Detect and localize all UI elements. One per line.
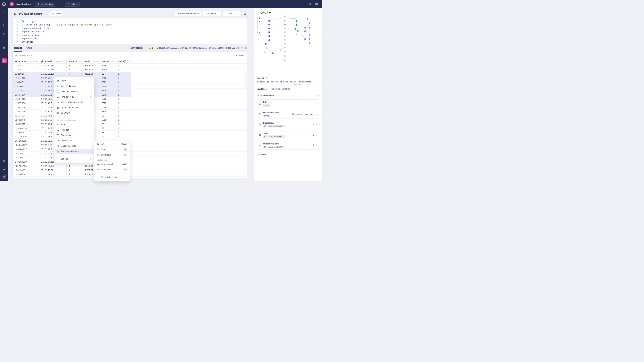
menu-item-view-performance-metrics[interactable]: View performance metrics [55,99,94,105]
menu-item-create-lookup-table[interactable]: Create lookup table [55,105,94,110]
table-row[interactable]: 1.34.69.11172.31.95.16REJECT231 [12,131,247,135]
tree-node[interactable] [268,39,270,41]
menu-item-copy[interactable]: Copy [55,78,94,83]
rerun-dropdown-button[interactable] [236,13,241,15]
legend-scrollbar-thumb[interactable] [293,84,301,85]
menu-item-suspicious[interactable]: SuspiciousIP [95,152,129,158]
user-avatar[interactable]: T [2,175,6,179]
tree-node[interactable] [304,30,306,32]
tree-node[interactable] [284,43,286,44]
evidence-list-item-suspicious[interactable]: SuspiciousIPAuto-enrich: Off4 [257,120,319,129]
menu-item-new-evidence-list[interactable]: New evidence list [95,174,129,180]
tree-node[interactable] [284,46,286,48]
zoom-out-button[interactable] [258,20,262,24]
query-tree-canvas[interactable] [257,14,319,75]
table-row[interactable]: 1.1.188.10172.31.95.1266REJECT231 [12,72,247,76]
tree-node[interactable] [304,38,306,40]
table-row[interactable]: 1.33.206.133172.31.20.26REJECT231 [12,126,247,131]
zoom-fit-button[interactable] [258,24,262,29]
sidebar-activity-button[interactable] [2,167,7,172]
auto-enrich-select[interactable]: Auto-enrich: Off [268,125,285,127]
view-switcher-icon[interactable] [244,47,247,49]
menu-item-summarize[interactable]: Summarize [55,133,94,138]
timeframe-select[interactable]: Last 2 hours [202,11,222,16]
clear-search-icon[interactable] [58,54,60,56]
sidebar-app-dashboards[interactable] [2,45,7,50]
tree-node[interactable] [294,28,296,30]
tree-node[interactable] [309,34,310,36]
topbar-kebab-icon[interactable] [57,2,62,7]
tree-node[interactable] [266,48,268,49]
tab-performance-metrics[interactable]: Performance metrics [270,86,290,92]
query-tree-header[interactable]: Query tree [257,8,319,14]
legend-kebab-icon[interactable] [266,77,268,79]
table-row[interactable]: 1.14.44.156172.31.73.26REJECT80901 [12,76,247,80]
tree-node[interactable] [268,20,270,22]
table-row[interactable]: 1.14.64.51172.31.29.26REJECT63791 [12,80,247,84]
tree-node[interactable] [284,51,286,52]
evidence-lists-header[interactable]: Evidence lists [257,92,319,99]
column-header-action[interactable]: actionSTRING [83,59,100,63]
tree-node[interactable] [268,27,270,29]
table-row[interactable]: 1.33.76.115172.31.40.46REJECT231 [12,122,247,126]
sidebar-apps-button[interactable] [2,23,7,28]
tree-node[interactable] [284,15,286,17]
menu-item-suspicious-pod[interactable]: suspicious podIP [95,167,129,172]
menu-item-open-with[interactable]: Open with [55,110,94,116]
column-header-pkt-srcaddr[interactable]: pkt_srcaddrIP_ADDRESS [12,59,39,63]
sidebar-search-button[interactable] [2,10,7,15]
editor-vscrollbar-thumb[interactable] [246,20,246,27]
tree-node[interactable] [307,18,308,20]
tree-node[interactable] [284,35,286,37]
menu-item-view-field-details[interactable]: View field details [55,83,94,89]
menu-item-safe[interactable]: SafeIP [95,147,129,152]
tree-node[interactable] [290,17,292,19]
tab-chart[interactable]: Chart [26,44,32,52]
tree-node[interactable] [284,55,286,57]
query-editor[interactable]: 12345678 fetch logs| filter aws.log_grou… [12,18,247,44]
tree-node[interactable] [304,27,306,28]
tree-node[interactable] [309,42,310,44]
tab-results[interactable]: Results [14,44,22,52]
tree-node[interactable] [296,20,297,22]
table-row[interactable]: 1.15.97.136172.31.46.96REJECT80881 [12,105,247,110]
tree-node[interactable] [268,31,270,33]
evidence-list-item-suspicious-dom[interactable]: suspicious dom...Stringtiitha-maliciousd… [257,110,319,118]
tree-node[interactable] [265,43,266,45]
toggle-left-panel-button[interactable] [12,11,17,16]
tree-node[interactable] [284,39,286,40]
collapse-tree-button[interactable] [258,30,262,34]
info-icon[interactable] [240,47,243,49]
tree-node[interactable] [284,31,286,33]
auto-enrich-select[interactable]: Auto-enrich: Off [268,135,285,138]
editor-code[interactable]: fetch logs| filter aws.log_group == "/aw… [20,18,112,44]
document-kebab-button[interactable] [44,11,49,16]
column-header-count[interactable]: `count()`LONG [116,59,131,63]
tree-node[interactable] [264,52,266,53]
menu-item-enrich-ip[interactable]: Enrich IP [55,156,94,162]
table-row[interactable]: 1.15.97.136172.31.87.16REJECT23751 [12,110,247,114]
editor-hscrollbar-thumb[interactable] [123,43,131,43]
notes-header[interactable]: Notes [257,152,319,157]
menu-item-deduplicate[interactable]: Deduplicate [55,138,94,143]
menu-item-filter-out[interactable]: Filter out [55,127,94,133]
table-row[interactable]: 1.15.97.136172.31.43.26REJECT23751 [12,101,247,105]
upload-button[interactable]: Upload [65,2,80,7]
evidence-list-item-ioc[interactable]: IoCString0 [257,99,319,108]
table-row[interactable]: 1.27.128.48172.31.34.36REJECT55551 [12,118,247,122]
tree-node[interactable] [272,52,274,54]
tree-node[interactable] [280,49,281,51]
tree-node[interactable] [284,27,286,29]
menu-item-ioc[interactable]: IoCString [95,141,129,147]
column-header-protocol[interactable]: protocolLONG [66,59,83,63]
tree-node[interactable] [297,30,299,32]
sidebar-app-cube[interactable] [2,31,7,36]
new-investigation-button[interactable]: Investigation [35,2,55,7]
evidence-list-item-suspicious-pod[interactable]: suspicious podIPAuto-enrich: Off1 [257,141,319,150]
add-evidence-list-button[interactable] [317,94,319,97]
table-row[interactable]: 1.1.1.1172.31.17.1196REJECT165621 [12,63,247,68]
tree-node[interactable] [296,34,297,35]
table-row[interactable]: 1.1.1.1172.31.47.2146REJECT134261 [12,68,247,72]
table-scrollbar-thumb[interactable] [246,74,246,89]
search-input[interactable]: Find keywords [15,54,60,57]
